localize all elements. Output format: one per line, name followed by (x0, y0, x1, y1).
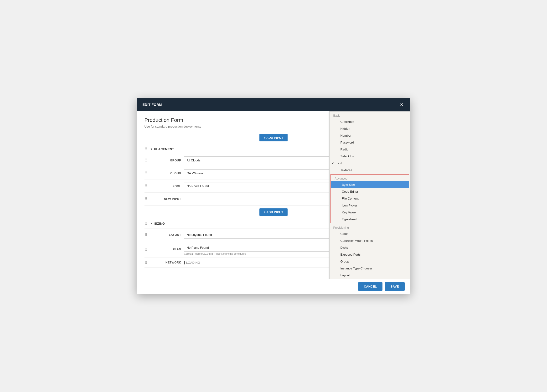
close-button[interactable]: ✕ (399, 102, 405, 108)
advanced-group-label: Advanced (331, 175, 409, 181)
pool-drag-handle[interactable]: ⠿ (144, 184, 147, 188)
radio-checkmark (336, 148, 341, 151)
number-checkmark (336, 134, 341, 137)
plan-drag-handle[interactable]: ⠿ (144, 247, 147, 252)
modal-title: EDIT FORM (143, 103, 162, 107)
network-label: NETWORK (150, 261, 181, 264)
advanced-bordered-group: Advanced Byte Size Code Editor File Cont… (330, 174, 409, 223)
cloud-label: CLOUD (150, 172, 181, 175)
file-content-checkmark (338, 197, 342, 200)
dropdown-item-password[interactable]: Password (329, 139, 410, 146)
sizing-drag-handle[interactable]: ⠿ (144, 221, 147, 226)
group-checkmark (336, 260, 341, 263)
dropdown-item-hidden[interactable]: Hidden (329, 125, 410, 132)
add-input-top-button[interactable]: + ADD INPUT (260, 134, 287, 141)
select-list-checkmark (336, 155, 341, 158)
layout-checkmark (336, 274, 341, 277)
modal-footer: CANCEL SAVE (137, 279, 410, 294)
placement-drag-handle[interactable]: ⠿ (144, 147, 147, 151)
exposed-ports-checkmark (336, 253, 341, 256)
code-editor-checkmark (338, 190, 342, 193)
cancel-button[interactable]: CANCEL (358, 282, 383, 291)
new-input-label: NEW INPUT (150, 197, 181, 201)
layout-label: LAYOUT (150, 233, 181, 237)
textarea-checkmark (336, 168, 341, 172)
group-label: GROUP (150, 159, 181, 162)
dropdown-item-icon-picker[interactable]: Icon Picker (331, 202, 409, 209)
dropdown-item-code-editor[interactable]: Code Editor (331, 188, 409, 195)
edit-form-modal: EDIT FORM ✕ Production Form ✏ Use for st… (137, 98, 410, 294)
dropdown-item-instance-type-chooser[interactable]: Instance Type Chooser (329, 265, 410, 272)
password-checkmark (336, 141, 341, 144)
cmp-checkmark (336, 239, 341, 242)
form-title: Production Form (144, 117, 183, 123)
dropdown-item-cloud[interactable]: Cloud (329, 230, 410, 237)
dropdown-item-checkbox[interactable]: Checkbox (329, 118, 410, 125)
basic-group-label: Basic (329, 112, 410, 118)
add-input-middle-button[interactable]: + ADD INPUT (260, 208, 287, 216)
placement-toggle[interactable]: ▼ (150, 148, 153, 151)
dropdown-item-file-content[interactable]: File Content (331, 195, 409, 202)
network-loading: LOADING (184, 261, 200, 264)
cloud-drag-handle[interactable]: ⠿ (144, 171, 147, 175)
modal-body: Production Form ✏ Use for standard produ… (137, 111, 410, 279)
new-input-drag-handle[interactable]: ⠿ (144, 197, 147, 201)
dropdown-item-select-list[interactable]: Select List (329, 153, 410, 160)
hidden-checkmark (336, 127, 341, 131)
dropdown-item-controller-mount-points[interactable]: Controller Mount Points (329, 237, 410, 244)
key-value-checkmark (338, 211, 342, 214)
pool-label: POOL (150, 185, 181, 188)
itc-checkmark (336, 267, 341, 270)
dropdown-item-text[interactable]: ✓Text (329, 160, 410, 167)
save-button[interactable]: SAVE (385, 282, 404, 291)
sizing-toggle[interactable]: ▼ (150, 222, 153, 225)
checkbox-checkmark (336, 120, 341, 124)
plan-label: PLAN (150, 248, 181, 251)
dropdown-item-typeahead[interactable]: Typeahead (331, 216, 409, 223)
dropdown-item-radio[interactable]: Radio (329, 146, 410, 153)
type-dropdown: Basic Checkbox Hidden Number Password Ra… (329, 111, 410, 279)
dropdown-item-textarea[interactable]: Textarea (329, 167, 410, 174)
dropdown-item-byte-size[interactable]: Byte Size (331, 181, 409, 188)
dropdown-item-disks[interactable]: Disks (329, 244, 410, 251)
dropdown-item-key-value[interactable]: Key Value (331, 209, 409, 216)
dropdown-item-layout[interactable]: Layout (329, 272, 410, 279)
group-drag-handle[interactable]: ⠿ (144, 158, 147, 163)
icon-picker-checkmark (338, 204, 342, 207)
provisioning-group-label: Provisioning (329, 224, 410, 230)
dropdown-item-number[interactable]: Number (329, 132, 410, 139)
byte-size-checkmark (338, 183, 342, 186)
cloud-checkmark (336, 232, 341, 236)
modal-header: EDIT FORM ✕ (137, 98, 410, 111)
typeahead-checkmark (338, 217, 342, 221)
disks-checkmark (336, 246, 341, 249)
dropdown-item-exposed-ports[interactable]: Exposed Ports (329, 251, 410, 258)
dropdown-item-group[interactable]: Group (329, 258, 410, 265)
text-checkmark: ✓ (332, 161, 336, 165)
network-drag-handle[interactable]: ⠿ (144, 260, 147, 265)
layout-drag-handle[interactable]: ⠿ (144, 233, 147, 237)
